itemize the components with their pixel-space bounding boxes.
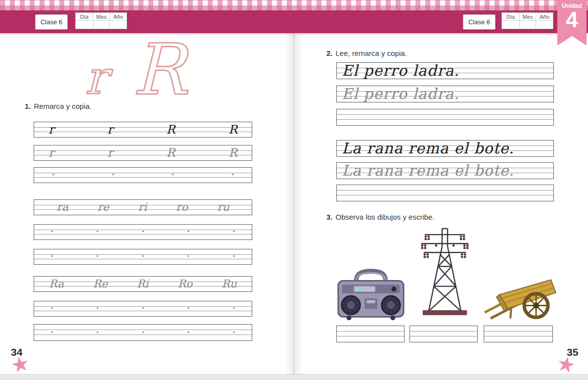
section2-title: Lee, remarca y copia. bbox=[336, 49, 407, 57]
writing-line: · · · · · bbox=[34, 324, 252, 341]
sentence-text: El perro ladra. bbox=[337, 63, 553, 78]
trace-text: Ra Re Ri Ro Ru bbox=[34, 279, 252, 289]
writing-line: El perro ladra. bbox=[336, 86, 554, 102]
writing-line bbox=[336, 185, 554, 201]
section1-heading: 1.Remarca y copia. bbox=[25, 102, 91, 110]
date-table-right: Día Mes Año bbox=[501, 12, 553, 29]
dia-value bbox=[76, 21, 93, 29]
gingham-border bbox=[0, 0, 588, 10]
section1-title: Remarca y copia. bbox=[34, 102, 92, 110]
start-dots: · · · · · bbox=[34, 329, 252, 336]
trace-text: r r R R bbox=[34, 147, 252, 159]
radio-icon bbox=[334, 266, 407, 323]
answer-line-cart bbox=[484, 326, 553, 342]
writing-line: · · · · bbox=[34, 167, 252, 183]
writing-line: La rana rema el bote. bbox=[336, 162, 554, 179]
section1-number: 1. bbox=[25, 102, 31, 110]
sentence-text: El perro ladra. bbox=[337, 87, 553, 101]
writing-line: · · · · · bbox=[34, 224, 252, 240]
trace-letter-uppercase-r: R bbox=[133, 35, 185, 105]
cart-illustration bbox=[481, 273, 557, 322]
answer-line-radio bbox=[336, 326, 405, 342]
radio-illustration bbox=[334, 266, 407, 323]
sentence-text: La rana rema el bote. bbox=[337, 163, 553, 178]
mes-label: Mes bbox=[93, 13, 110, 21]
section2-number: 2. bbox=[326, 49, 333, 57]
section3-heading: 3.Observa los dibujos y escribe. bbox=[326, 213, 435, 221]
writing-line: r r R R bbox=[34, 122, 252, 138]
start-dots: · · · · · bbox=[34, 305, 252, 312]
page-spine bbox=[284, 33, 303, 375]
trace-text: ra re ri ro ru bbox=[34, 202, 252, 213]
ano-value bbox=[536, 21, 553, 29]
ano-label: Año bbox=[110, 13, 127, 21]
mes-value bbox=[520, 21, 536, 29]
electric-tower-illustration bbox=[413, 227, 476, 319]
start-dots: · · · · · bbox=[34, 253, 252, 260]
date-table-left: Día Mes Año bbox=[75, 12, 127, 29]
section3-title: Observa los dibujos y escribe. bbox=[336, 213, 435, 221]
exercise2-lines: El perro ladra. El perro ladra. La rana … bbox=[336, 62, 554, 201]
unidad-ribbon: Unidad 4 bbox=[557, 0, 587, 46]
writing-line bbox=[336, 109, 554, 126]
clase-label-left: Clase 6 bbox=[35, 14, 68, 30]
mes-label: Mes bbox=[520, 13, 536, 21]
writing-line: r r R R bbox=[34, 145, 252, 161]
trace-letter-lowercase-r: r bbox=[85, 55, 107, 101]
section3-number: 3. bbox=[326, 213, 333, 221]
page-bottom-edge bbox=[0, 374, 588, 380]
electric-tower-icon bbox=[413, 227, 476, 319]
exercise1-lines: r r R R r r R R · · · · ra re ri ro ru ·… bbox=[34, 122, 252, 341]
start-dots: · · · · · bbox=[34, 228, 252, 236]
dia-label: Día bbox=[502, 13, 520, 21]
writing-line: Ra Re Ri Ro Ru bbox=[34, 276, 252, 292]
writing-line: ra re ri ro ru bbox=[34, 199, 252, 215]
mes-value bbox=[93, 21, 110, 29]
dia-value bbox=[502, 21, 520, 29]
writing-line: El perro ladra. bbox=[336, 62, 554, 79]
unidad-number: 4 bbox=[566, 8, 578, 31]
answer-line-tower bbox=[409, 326, 478, 342]
sentence-text: La rana rema el bote. bbox=[337, 141, 553, 156]
page-number-left: 34 bbox=[11, 346, 22, 358]
section2-heading: 2.Lee, remarca y copia. bbox=[326, 49, 407, 57]
writing-line: · · · · · bbox=[34, 249, 252, 265]
writing-line: La rana rema el bote. bbox=[336, 140, 554, 157]
writing-line: · · · · · bbox=[34, 301, 252, 317]
cart-icon bbox=[481, 273, 557, 322]
ano-value bbox=[110, 21, 127, 29]
ano-label: Año bbox=[536, 13, 553, 21]
trace-text: r r R R bbox=[34, 124, 252, 136]
workbook-spread: Clase 6 Día Mes Año Clase 6 Día Mes Año … bbox=[0, 0, 588, 380]
start-dots: · · · · bbox=[34, 171, 252, 179]
clase-label-right: Clase 6 bbox=[463, 14, 496, 30]
dia-label: Día bbox=[76, 13, 93, 21]
page-number-right: 35 bbox=[567, 346, 578, 358]
